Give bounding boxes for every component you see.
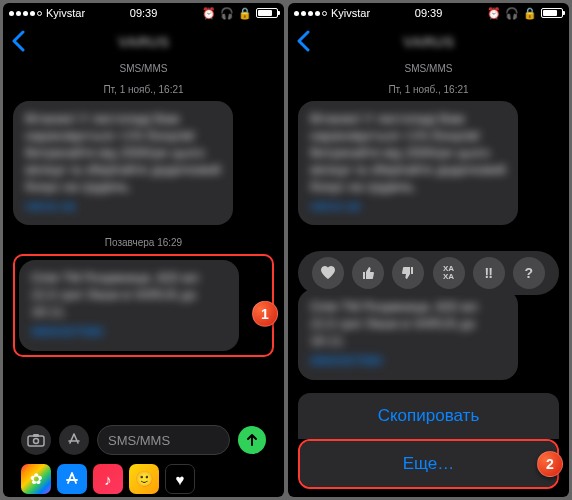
nav-header: VARUS [3,23,284,59]
message-input-bar: SMS/MMS [13,419,274,461]
tapback-reactions-bar: ХА ХА ‼ ? [298,251,559,295]
left-screenshot: Kyivstar 09:39 ⏰ 🎧 🔒 VARUS SMS/MMS Пт, 1… [3,3,284,497]
more-menu-item[interactable]: Еще… [300,441,557,487]
photos-app-icon[interactable]: ✿ [21,464,51,494]
contact-name[interactable]: VARUS [118,33,169,50]
memoji-app-icon[interactable]: 🙂 [129,464,159,494]
signal-icon [294,11,327,16]
back-button[interactable] [11,30,25,52]
message-thread: SMS/MMS Пт, 1 нояб., 16:21 Вітаємо! У ли… [3,59,284,497]
carrier-label: Kyivstar [46,7,85,19]
message-bubble-1[interactable]: Вітаємо! У листопаді Вам нараховується +… [298,101,518,225]
status-bar: Kyivstar 09:39 ⏰ 🎧 🔒 [3,3,284,23]
appstore-button[interactable] [59,425,89,455]
headphones-icon: 🎧 [220,7,234,20]
annotation-highlight-1: Олія ТМ Розумниця, 820 мл 22,5 грн! Лише… [13,254,274,357]
message-text: Олія ТМ Розумниця, 820 мл 22,5 грн! Лише… [310,299,506,350]
music-app-icon[interactable]: ♪ [93,464,123,494]
message-text: Вітаємо! У листопаді Вам нараховується +… [310,111,506,195]
annotation-badge-1: 1 [252,300,278,326]
haha-reaction[interactable]: ХА ХА [433,257,465,289]
message-link[interactable]: 0800307080 [310,353,506,370]
lock-icon: 🔒 [523,7,537,20]
timestamp-1: Пт, 1 нояб., 16:21 [298,84,559,95]
contact-name[interactable]: VARUS [403,33,454,50]
status-bar: Kyivstar 09:39 ⏰ 🎧 🔒 [288,3,569,23]
nav-header: VARUS [288,23,569,59]
message-link[interactable]: 0800307080 [31,324,227,341]
annotation-badge-2: 2 [537,451,563,477]
appstore-app-icon[interactable] [57,464,87,494]
battery-icon [256,8,278,18]
lock-icon: 🔒 [238,7,252,20]
signal-icon [9,11,42,16]
heart-reaction[interactable] [312,257,344,289]
right-screenshot: Kyivstar 09:39 ⏰ 🎧 🔒 VARUS SMS/MMS Пт, 1… [288,3,569,497]
thumbs-down-reaction[interactable] [392,257,424,289]
message-text: Вітаємо! У листопаді Вам нараховується +… [25,111,221,195]
exclaim-reaction[interactable]: ‼ [473,257,505,289]
protocol-label: SMS/MMS [13,63,274,74]
headphones-icon: 🎧 [505,7,519,20]
thumbs-up-reaction[interactable] [352,257,384,289]
message-text: Олія ТМ Розумниця, 820 мл 22,5 грн! Лише… [31,270,227,321]
timestamp-1: Пт, 1 нояб., 16:21 [13,84,274,95]
input-placeholder: SMS/MMS [108,433,170,448]
message-link[interactable]: varus.ua [310,198,506,215]
back-button[interactable] [296,30,310,52]
clock: 09:39 [415,7,443,19]
message-bubble-1[interactable]: Вітаємо! У листопаді Вам нараховується +… [13,101,233,225]
app-strip: ✿ ♪ 🙂 ♥ [13,461,274,497]
timestamp-2: Позавчера 16:29 [13,237,274,248]
message-input[interactable]: SMS/MMS [97,425,230,455]
protocol-label: SMS/MMS [298,63,559,74]
svg-rect-2 [33,434,39,437]
alarm-icon: ⏰ [202,7,216,20]
message-bubble-2[interactable]: Олія ТМ Розумниця, 820 мл 22,5 грн! Лише… [19,260,239,351]
message-link[interactable]: varus.ua [25,198,221,215]
camera-button[interactable] [21,425,51,455]
clock: 09:39 [130,7,158,19]
message-bubble-2-selected[interactable]: Олія ТМ Розумниця, 820 мл 22,5 грн! Лише… [298,289,518,380]
annotation-highlight-2: Еще… 2 [298,439,559,489]
question-reaction[interactable]: ? [513,257,545,289]
alarm-icon: ⏰ [487,7,501,20]
svg-rect-0 [28,436,44,446]
digital-touch-app-icon[interactable]: ♥ [165,464,195,494]
send-button[interactable] [238,426,266,454]
battery-icon [541,8,563,18]
context-menu: Скопировать Еще… 2 [298,393,559,489]
carrier-label: Kyivstar [331,7,370,19]
copy-menu-item[interactable]: Скопировать [298,393,559,439]
svg-point-1 [34,439,39,444]
